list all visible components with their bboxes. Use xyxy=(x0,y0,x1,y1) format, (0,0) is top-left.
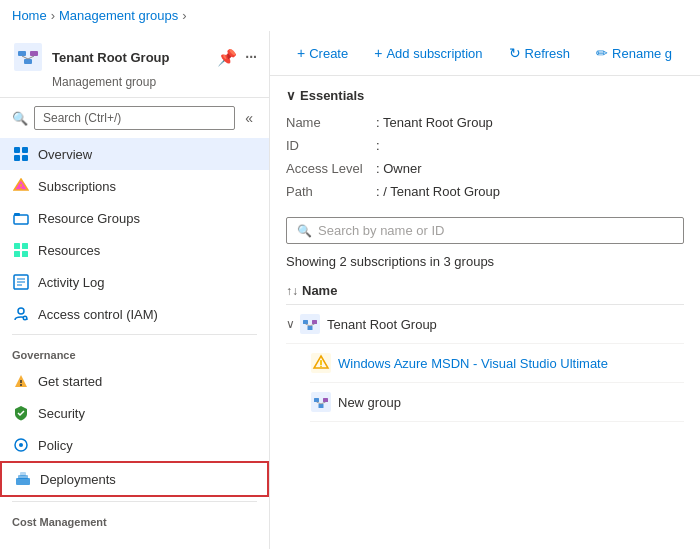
svg-point-29 xyxy=(20,384,22,386)
breadcrumb-home[interactable]: Home xyxy=(12,8,47,23)
svg-point-45 xyxy=(320,366,322,368)
sidebar-item-resource-groups[interactable]: Resource Groups xyxy=(0,202,269,234)
deployments-icon xyxy=(14,470,32,488)
breadcrumb: Home › Management groups › xyxy=(0,0,700,31)
svg-rect-17 xyxy=(22,243,28,249)
sidebar-item-security[interactable]: Security xyxy=(0,397,269,429)
essentials-grid: Name : Tenant Root Group ID : Access Lev… xyxy=(286,113,684,201)
get-started-icon xyxy=(12,372,30,390)
resources-icon xyxy=(12,241,30,259)
search-input[interactable] xyxy=(34,106,235,130)
tenant-root-label: Tenant Root Group xyxy=(327,317,437,332)
sidebar-header: Tenant Root Group 📌 ··· Management group xyxy=(0,31,269,98)
pin-icon[interactable]: 📌 xyxy=(217,48,237,67)
content-search-container: 🔍 xyxy=(270,209,700,250)
azure-msdn-label[interactable]: Windows Azure MSDN - Visual Studio Ultim… xyxy=(338,356,608,371)
sidebar-title-row: Tenant Root Group 📌 ··· xyxy=(12,41,257,73)
refresh-button[interactable]: ↻ Refresh xyxy=(498,39,582,67)
svg-rect-47 xyxy=(314,398,319,402)
content-area: + Create + Add subscription ↻ Refresh ✏ … xyxy=(270,31,700,549)
table-header-label: Name xyxy=(302,283,337,298)
sidebar-item-label-get-started: Get started xyxy=(38,374,102,389)
essentials-section: ∨ Essentials Name : Tenant Root Group ID… xyxy=(270,76,700,209)
tree-item-tenant-root[interactable]: ∨ Tenant Root Group xyxy=(286,305,684,344)
essentials-label: Essentials xyxy=(300,88,364,103)
svg-rect-0 xyxy=(14,43,42,71)
nav-divider-1 xyxy=(12,334,257,335)
essentials-toggle[interactable]: ∨ Essentials xyxy=(286,88,684,103)
sidebar-item-label-resources: Resources xyxy=(38,243,100,258)
svg-rect-46 xyxy=(311,392,331,412)
access-level-label: Access Level xyxy=(286,159,376,178)
new-group-icon xyxy=(310,391,332,413)
sidebar-item-label-activity-log: Activity Log xyxy=(38,275,104,290)
content-search-input[interactable] xyxy=(318,223,673,238)
sidebar-icon xyxy=(12,41,44,73)
activity-log-icon xyxy=(12,273,30,291)
create-button[interactable]: + Create xyxy=(286,39,359,67)
sidebar-item-subscriptions[interactable]: Subscriptions xyxy=(0,170,269,202)
svg-rect-38 xyxy=(312,320,317,324)
rename-label: Rename g xyxy=(612,46,672,61)
svg-rect-36 xyxy=(300,314,320,334)
expand-toggle[interactable]: ∨ xyxy=(286,317,295,331)
sidebar-title-text: Tenant Root Group xyxy=(52,50,169,65)
svg-rect-6 xyxy=(14,147,20,153)
add-subscription-button[interactable]: + Add subscription xyxy=(363,39,493,67)
svg-rect-3 xyxy=(24,59,32,64)
sidebar-item-activity-log[interactable]: Activity Log xyxy=(0,266,269,298)
sidebar-item-policy[interactable]: Policy xyxy=(0,429,269,461)
svg-point-12 xyxy=(20,188,22,190)
rename-button[interactable]: ✏ Rename g xyxy=(585,39,683,67)
chevron-down-icon: ∨ xyxy=(286,88,296,103)
svg-rect-2 xyxy=(30,51,38,56)
svg-point-32 xyxy=(19,443,23,447)
policy-icon xyxy=(12,436,30,454)
tree-item-azure-msdn[interactable]: Windows Azure MSDN - Visual Studio Ultim… xyxy=(310,344,684,383)
access-control-icon xyxy=(12,305,30,323)
svg-rect-7 xyxy=(22,147,28,153)
sidebar-item-label-policy: Policy xyxy=(38,438,73,453)
svg-rect-18 xyxy=(14,251,20,257)
svg-rect-37 xyxy=(303,320,308,324)
breadcrumb-management-groups[interactable]: Management groups xyxy=(59,8,178,23)
collapse-button[interactable]: « xyxy=(241,108,257,128)
table-header-name[interactable]: ↑↓ Name xyxy=(286,277,684,305)
table-container: ↑↓ Name ∨ Tenant Root Group xyxy=(270,277,700,422)
create-icon: + xyxy=(297,45,305,61)
svg-rect-16 xyxy=(14,243,20,249)
content-search-bar: 🔍 xyxy=(286,217,684,244)
name-value: : Tenant Root Group xyxy=(376,113,684,132)
new-group-label: New group xyxy=(338,395,401,410)
search-icon: 🔍 xyxy=(12,111,28,126)
cost-label: Cost Management xyxy=(0,506,269,532)
sidebar-item-get-started[interactable]: Get started xyxy=(0,365,269,397)
sidebar-item-overview[interactable]: Overview xyxy=(0,138,269,170)
more-icon[interactable]: ··· xyxy=(245,49,257,65)
toolbar: + Create + Add subscription ↻ Refresh ✏ … xyxy=(270,31,700,76)
security-icon xyxy=(12,404,30,422)
azure-msdn-icon xyxy=(310,352,332,374)
resource-groups-icon xyxy=(12,209,30,227)
svg-rect-48 xyxy=(323,398,328,402)
overview-icon xyxy=(12,145,30,163)
access-level-value: : Owner xyxy=(376,159,684,178)
breadcrumb-sep-2: › xyxy=(182,8,186,23)
sidebar-item-resources[interactable]: Resources xyxy=(0,234,269,266)
showing-text: Showing 2 subscriptions in 3 groups xyxy=(270,250,700,277)
svg-rect-8 xyxy=(14,155,20,161)
tree-item-new-group[interactable]: New group xyxy=(310,383,684,422)
id-value: : xyxy=(376,136,684,155)
svg-rect-49 xyxy=(319,404,324,408)
breadcrumb-sep-1: › xyxy=(51,8,55,23)
tenant-root-icon xyxy=(299,313,321,335)
governance-label: Governance xyxy=(0,339,269,365)
svg-rect-14 xyxy=(14,215,28,224)
sidebar-item-access-control[interactable]: Access control (IAM) xyxy=(0,298,269,330)
sidebar-subtitle: Management group xyxy=(52,75,257,89)
path-label: Path xyxy=(286,182,376,201)
sidebar-item-deployments[interactable]: Deployments xyxy=(0,461,269,497)
nav-divider-2 xyxy=(12,501,257,502)
svg-rect-44 xyxy=(320,360,322,365)
rename-icon: ✏ xyxy=(596,45,608,61)
